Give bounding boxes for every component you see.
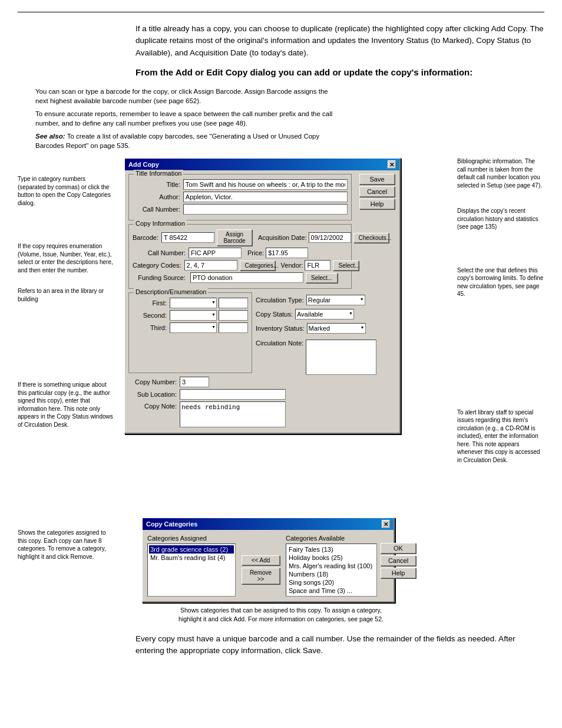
save-button[interactable]: Save	[359, 174, 395, 185]
barcode-input[interactable]	[161, 232, 214, 243]
assigned-section: Categories Assigned 3rd grade science cl…	[147, 535, 236, 597]
available-listbox[interactable]: Fairy Tales (13) Holiday books (25) Mrs.…	[286, 543, 377, 597]
title-input[interactable]	[183, 179, 348, 190]
copy-categories-dialog: Copy Categories ✕ Categories Assigned 3r…	[141, 517, 395, 602]
copy-status-select-wrapper: Available	[295, 309, 354, 319]
cancel-button[interactable]: Cancel	[359, 186, 395, 197]
vendor-input[interactable]	[305, 260, 330, 271]
title-info-group: Title Information Title: Author: Call Nu…	[128, 174, 352, 220]
categories-button[interactable]: Categories...	[240, 261, 275, 271]
available-section: Categories Available Fairy Tales (13) Ho…	[286, 535, 377, 597]
third-label: Third:	[133, 324, 167, 331]
add-category-button[interactable]: << Add	[242, 555, 280, 565]
checkouts-button[interactable]: Checkouts...	[353, 233, 389, 243]
list-item[interactable]: Sing songs (20)	[287, 578, 375, 587]
first-value-input[interactable]	[219, 298, 248, 308]
copy-number-label: Copy Number:	[130, 378, 177, 386]
available-label: Categories Available	[286, 535, 377, 542]
add-copy-title-bar: Add Copy ✕	[125, 159, 399, 170]
first-label: First:	[133, 299, 167, 307]
first-select-wrapper	[170, 298, 217, 308]
ann-biblio: Bibliographic information. The call numb…	[457, 157, 544, 189]
ann-enumeration: If the copy requires enumeration (Volume…	[18, 242, 115, 274]
second-label: Second:	[133, 312, 167, 319]
assign-barcode-button[interactable]: Assign Barcode	[217, 229, 252, 246]
inv-status-select[interactable]: Marked	[307, 323, 366, 334]
assigned-listbox[interactable]: 3rd grade science class (2) Mr. Baum's r…	[147, 543, 236, 597]
ok-button[interactable]: OK	[381, 543, 416, 554]
ann-category-numbers: Type in category numbers (separated by c…	[18, 175, 115, 207]
copy-number-input[interactable]	[180, 377, 209, 387]
category-codes-row: Category Codes: Categories... Vendor: Se…	[133, 260, 348, 271]
cat-cancel-button[interactable]: Cancel	[381, 555, 416, 566]
funding-source-input[interactable]	[190, 272, 303, 283]
second-select-wrapper	[170, 310, 217, 321]
top-rule	[18, 12, 544, 12]
bottom-text: Every copy must have a unique barcode an…	[135, 633, 544, 657]
copy-cat-close-button[interactable]: ✕	[382, 520, 390, 528]
category-codes-input[interactable]	[184, 260, 237, 271]
call-number2-input[interactable]	[189, 248, 242, 258]
ann-categories-bottom: Shows categories that can be assigned to…	[169, 606, 393, 623]
author-label: Author:	[133, 193, 180, 200]
copy-note-row: Copy Note: needs rebinding	[130, 401, 351, 427]
call-number-row: Call Number:	[133, 204, 348, 215]
price-input[interactable]	[266, 248, 308, 258]
sub-location-input[interactable]	[180, 389, 286, 400]
circ-note-label: Circulation Note:	[256, 340, 303, 347]
third-select-wrapper	[170, 322, 217, 333]
circ-note-textarea[interactable]	[306, 340, 376, 375]
list-item[interactable]: Numbers (18)	[287, 570, 375, 578]
second-select[interactable]	[170, 310, 217, 321]
call-number-input[interactable]	[183, 204, 348, 215]
copy-status-row: Copy Status: Available	[256, 309, 376, 319]
sub-location-label: Sub Location:	[130, 391, 177, 398]
barcode-label: Barcode:	[133, 234, 158, 241]
list-item[interactable]: 3rd grade science class (2)	[149, 545, 234, 554]
list-item[interactable]: Mrs. Alger's reading list (100)	[287, 562, 375, 570]
remove-category-button[interactable]: Remove >>	[242, 568, 280, 584]
list-item[interactable]: Space and Time (3) ...	[287, 587, 375, 595]
list-item[interactable]: Mr. Baum's reading list (4)	[149, 554, 234, 562]
close-button[interactable]: ✕	[388, 160, 396, 169]
first-row: First:	[133, 298, 248, 308]
circ-type-select-wrapper: Regular	[306, 295, 365, 305]
vendor-select-button[interactable]: Select...	[333, 261, 359, 271]
third-value-input[interactable]	[219, 322, 248, 333]
first-select[interactable]	[170, 298, 217, 308]
desc-enum-label: Description/Enumeration	[134, 288, 208, 295]
add-copy-body: Save Cancel Help Title Information Title…	[125, 170, 399, 433]
middle-section: Description/Enumeration First: Second:	[128, 292, 352, 377]
copy-info-label: Copy Information	[134, 220, 187, 227]
lower-fields: Copy Number: Sub Location: Copy Note: ne…	[128, 377, 352, 427]
copy-info-group: Copy Information Barcode: Assign Barcode…	[128, 224, 352, 289]
list-item[interactable]: Fairy Tales (13)	[287, 545, 375, 554]
ann-select-circ: Select the one that defines this copy's …	[457, 266, 544, 298]
from-heading: From the Add or Edit Copy dialog you can…	[135, 67, 544, 77]
ok-cancel-help-buttons: OK Cancel Help	[381, 543, 416, 597]
cat-help-button[interactable]: Help	[381, 568, 416, 578]
author-row: Author:	[133, 192, 348, 202]
call-number2-row: Call Number: Price:	[133, 248, 348, 258]
barcode-row: Barcode: Assign Barcode Acquisition Date…	[133, 229, 348, 246]
circ-note-row: Circulation Note:	[256, 340, 376, 375]
ann-categories-left: Shows the categories assigned to this co…	[18, 529, 109, 561]
list-item[interactable]: Holiday books (25)	[287, 554, 375, 562]
second-value-input[interactable]	[219, 310, 248, 321]
add-copy-dialog: Add Copy ✕ Save Cancel Help Title Inform…	[124, 157, 401, 434]
third-select[interactable]	[170, 322, 217, 333]
copy-status-select[interactable]: Available	[295, 309, 354, 319]
category-codes-label: Category Codes:	[133, 262, 181, 269]
copy-note-textarea[interactable]: needs rebinding	[180, 401, 286, 427]
help-button[interactable]: Help	[359, 199, 395, 209]
third-row: Third:	[133, 322, 248, 333]
acq-date-input[interactable]	[309, 232, 351, 243]
author-input[interactable]	[183, 192, 348, 202]
circ-type-select[interactable]: Regular	[306, 295, 365, 305]
callout-see-also: See also: To create a list of available …	[35, 131, 342, 150]
title-row: Title:	[133, 179, 348, 190]
funding-select-button[interactable]: Select...	[306, 273, 338, 283]
inv-status-label: Inventory Status:	[256, 325, 305, 332]
copy-status-label: Copy Status:	[256, 311, 293, 318]
main-content-area: Type in category numbers (separated by c…	[18, 157, 544, 511]
